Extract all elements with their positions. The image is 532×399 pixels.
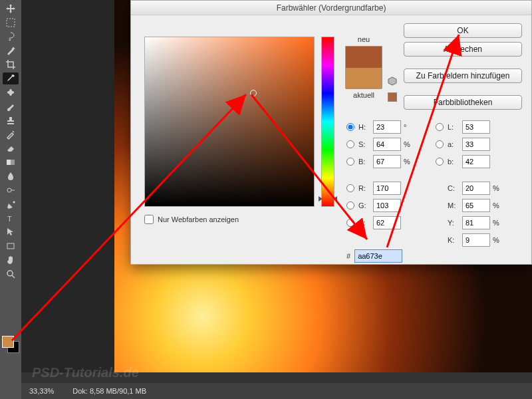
move-tool[interactable] bbox=[3, 3, 19, 15]
g-radio[interactable] bbox=[346, 201, 354, 209]
m-input[interactable] bbox=[462, 199, 490, 212]
svg-text:T: T bbox=[7, 215, 12, 223]
path-select-tool[interactable] bbox=[3, 226, 19, 238]
zoom-level[interactable]: 33,33% bbox=[29, 387, 54, 395]
status-bar: 33,33% Dok: 8,58 MB/90,1 MB bbox=[21, 383, 532, 399]
svg-point-5 bbox=[7, 188, 11, 192]
brightness-input[interactable] bbox=[373, 155, 401, 168]
color-picker-cursor[interactable] bbox=[250, 90, 257, 96]
eraser-tool[interactable] bbox=[3, 142, 19, 154]
color-field[interactable] bbox=[144, 37, 315, 207]
doc-size: Dok: 8,58 MB/90,1 MB bbox=[72, 387, 146, 395]
ok-button[interactable]: OK bbox=[404, 23, 522, 38]
b-radio[interactable] bbox=[346, 158, 354, 166]
color-libraries-button[interactable]: Farbbibliotheken bbox=[404, 95, 522, 110]
gradient-tool[interactable] bbox=[3, 156, 19, 168]
foreground-swatch[interactable] bbox=[2, 336, 14, 348]
zoom-tool[interactable] bbox=[3, 268, 19, 280]
l-input[interactable] bbox=[462, 120, 490, 134]
marquee-tool[interactable] bbox=[3, 17, 19, 29]
c-input[interactable] bbox=[462, 182, 490, 195]
lab-b-radio[interactable] bbox=[436, 158, 444, 166]
hex-label: # bbox=[346, 252, 350, 260]
shape-tool[interactable] bbox=[3, 240, 19, 252]
type-tool[interactable]: T bbox=[3, 212, 19, 224]
web-colors-checkbox[interactable] bbox=[144, 215, 154, 224]
s-input[interactable] bbox=[373, 138, 401, 151]
color-preview bbox=[345, 46, 382, 88]
current-label: aktuell bbox=[345, 91, 382, 99]
hsb-rgb-inputs: H:° S:% B:% R: G: B: bbox=[346, 120, 414, 229]
h-radio[interactable] bbox=[346, 123, 354, 131]
current-color-swatch[interactable] bbox=[346, 68, 382, 89]
hand-tool[interactable] bbox=[3, 254, 19, 266]
watermark-text: PSD-Tutorials.de bbox=[32, 365, 139, 380]
new-label: neu bbox=[345, 35, 382, 43]
lasso-tool[interactable] bbox=[3, 31, 19, 43]
crop-tool[interactable] bbox=[3, 59, 19, 70]
svg-rect-0 bbox=[7, 19, 15, 27]
y-input[interactable] bbox=[462, 216, 490, 229]
new-color-swatch bbox=[346, 47, 382, 68]
brush-tool[interactable] bbox=[3, 100, 19, 112]
hue-slider[interactable] bbox=[321, 37, 334, 207]
blur-tool[interactable] bbox=[3, 170, 19, 182]
web-colors-label: Nur Webfarben anzeigen bbox=[158, 215, 239, 223]
s-radio[interactable] bbox=[346, 140, 354, 148]
svg-point-8 bbox=[7, 271, 13, 276]
color-picker-dialog: Farbwähler (Vordergrundfarbe) Nur Webfar… bbox=[130, 0, 532, 265]
r-input[interactable] bbox=[373, 182, 401, 195]
stamp-tool[interactable] bbox=[3, 114, 19, 126]
history-brush-tool[interactable] bbox=[3, 128, 19, 140]
hue-slider-handle[interactable] bbox=[319, 196, 337, 201]
lab-cmyk-inputs: L: a: b: C:% M:% Y:% K:% bbox=[436, 120, 503, 247]
k-input[interactable] bbox=[462, 233, 490, 247]
gamut-warning-icon[interactable] bbox=[388, 76, 397, 87]
heal-tool[interactable] bbox=[3, 86, 19, 98]
a-input[interactable] bbox=[462, 138, 490, 151]
svg-rect-4 bbox=[7, 160, 11, 165]
g-input[interactable] bbox=[373, 199, 401, 212]
l-radio[interactable] bbox=[436, 123, 444, 131]
blue-radio[interactable] bbox=[346, 219, 354, 227]
hex-input[interactable] bbox=[354, 249, 402, 263]
cancel-button[interactable]: Abbrechen bbox=[404, 42, 522, 57]
r-radio[interactable] bbox=[346, 184, 354, 192]
eyedropper-tool[interactable] bbox=[3, 72, 19, 84]
add-swatch-button[interactable]: Zu Farbfeldern hinzufügen bbox=[404, 68, 522, 83]
svg-rect-2 bbox=[9, 89, 12, 96]
blue-input[interactable] bbox=[373, 216, 401, 229]
wand-tool[interactable] bbox=[3, 45, 19, 57]
pen-tool[interactable] bbox=[3, 198, 19, 210]
color-swatches[interactable] bbox=[2, 336, 19, 353]
h-input[interactable] bbox=[373, 120, 401, 134]
svg-rect-7 bbox=[7, 243, 14, 249]
dialog-title: Farbwähler (Vordergrundfarbe) bbox=[131, 1, 531, 15]
websafe-swatch[interactable] bbox=[388, 92, 397, 102]
a-radio[interactable] bbox=[436, 140, 444, 148]
dodge-tool[interactable] bbox=[3, 184, 19, 196]
lab-b-input[interactable] bbox=[462, 155, 490, 168]
